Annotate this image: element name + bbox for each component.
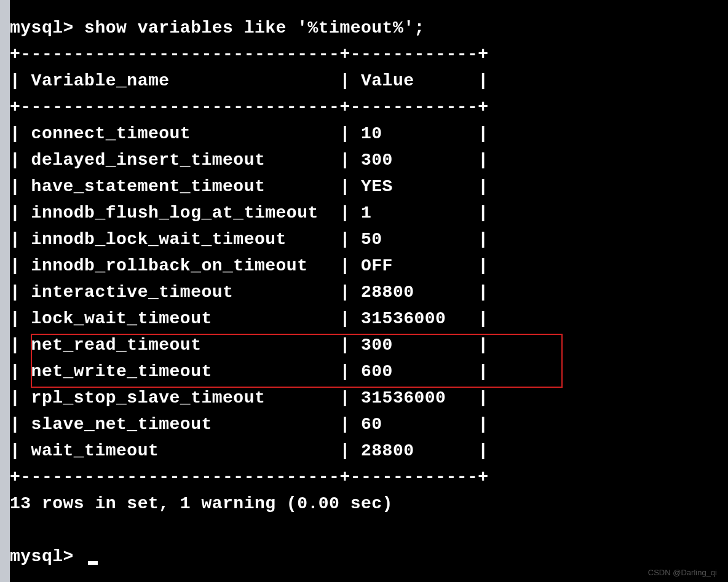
terminal-output[interactable]: mysql> show variables like '%timeout%'; … [10,0,728,582]
watermark: CSDN @Darling_qi [648,568,717,577]
